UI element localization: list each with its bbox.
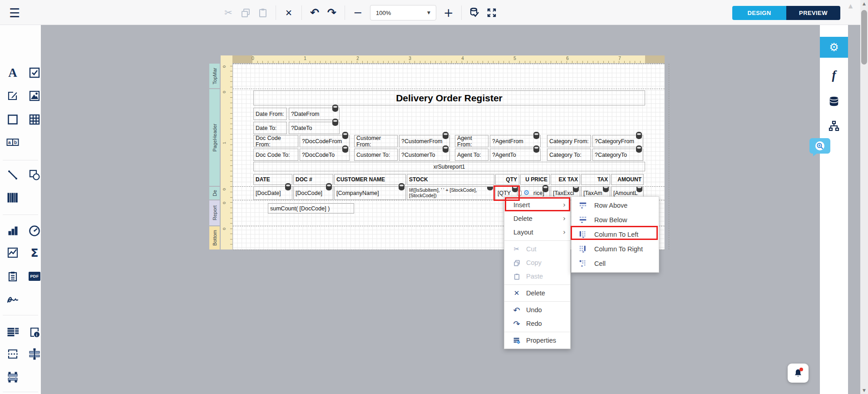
doc-code-from-value-cell[interactable]: ?DocCodeFrom <box>300 135 350 147</box>
category-to-label-cell[interactable]: Category To: <box>547 149 591 161</box>
submenu-item-column-to-right[interactable]: + Column To Right <box>572 242 659 256</box>
detail-docdate-cell[interactable]: [DocDate] <box>253 186 292 200</box>
character-comb-control-icon[interactable]: ab <box>5 135 20 150</box>
footer-sumcount-cell[interactable]: sumCount( [DocCode] ) <box>268 203 354 214</box>
zoom-helper-bubble-icon[interactable] <box>809 136 830 156</box>
submenu-item-row-below[interactable]: + Row Below <box>572 213 659 227</box>
inline-checkbox[interactable] <box>517 191 522 195</box>
submenu-item-column-to-left[interactable]: + Column To Left <box>572 227 659 242</box>
customer-to-value-cell[interactable]: ?CustomerTo <box>399 149 450 161</box>
band-bottommargin[interactable]: Bottom <box>209 226 220 249</box>
col-header-qty[interactable]: QTY <box>495 174 519 185</box>
doc-code-to-value-cell[interactable]: ?DocCodeTo <box>300 149 350 161</box>
agent-from-value-cell[interactable]: ?AgentFrom <box>490 135 541 147</box>
fullscreen-icon[interactable] <box>483 5 500 21</box>
detail-stock-cell[interactable]: Iif([IsSubItem], ' ' + [StockCode], [Sto… <box>407 186 494 200</box>
scroll-up-icon[interactable]: ▲ <box>848 3 853 9</box>
category-to-value-cell[interactable]: ?CategoryTo <box>592 149 643 161</box>
chart-control-icon[interactable] <box>5 223 20 239</box>
col-header-amount[interactable]: AMOUNT <box>611 174 644 185</box>
report-structure-panel-icon[interactable] <box>820 117 848 135</box>
col-header-extax[interactable]: EX TAX <box>551 174 580 185</box>
label-control-icon[interactable]: A <box>5 65 20 80</box>
gauge-control-icon[interactable] <box>27 223 42 239</box>
shape-control-icon[interactable] <box>27 167 42 183</box>
customer-from-value-cell[interactable]: ?CustomerFrom <box>399 135 450 147</box>
cross-band-line-control-icon[interactable] <box>27 346 42 362</box>
delete-icon[interactable]: ✕ <box>280 5 297 21</box>
picture-control-icon[interactable] <box>27 88 42 104</box>
cut-icon[interactable]: ✂ <box>220 5 237 21</box>
table-control-icon[interactable] <box>27 112 42 127</box>
page-info-control-icon[interactable]: i <box>27 324 42 340</box>
copy-icon[interactable] <box>237 5 254 21</box>
category-from-label-cell[interactable]: Category From: <box>547 135 591 147</box>
menu-item-delete[interactable]: ✕ Delete <box>504 286 570 300</box>
menu-item-properties[interactable]: Properties <box>504 334 570 347</box>
band-detail[interactable]: De <box>209 187 220 199</box>
paste-icon[interactable] <box>254 5 271 21</box>
col-header-customer[interactable]: CUSTOMER NAME <box>334 174 406 185</box>
band-pageheader[interactable]: PageHeader <box>209 89 220 186</box>
customer-from-label-cell[interactable]: Customer From: <box>354 135 398 147</box>
agent-from-label-cell[interactable]: Agent From: <box>455 135 488 147</box>
checkbox-control-icon[interactable] <box>27 65 42 80</box>
scrollbar-thumb[interactable] <box>861 10 867 65</box>
barcode-control-icon[interactable] <box>5 190 20 205</box>
col-header-uprice[interactable]: U PRICE <box>520 174 550 185</box>
customer-to-label-cell[interactable]: Customer To: <box>354 149 398 161</box>
undo-icon[interactable]: ↶ <box>306 5 323 21</box>
cross-band-box-control-icon[interactable] <box>5 369 20 385</box>
vertical-scrollbar[interactable]: ▲ ▼ <box>860 0 868 394</box>
col-header-stock[interactable]: STOCK <box>407 174 494 185</box>
richtext-control-icon[interactable] <box>5 88 20 104</box>
menu-item-copy[interactable]: Copy <box>504 256 570 269</box>
category-from-value-cell[interactable]: ?CategoryFrom <box>592 135 643 147</box>
col-header-tax[interactable]: TAX <box>581 174 610 185</box>
menu-item-redo[interactable]: ↷ Redo <box>504 317 570 330</box>
report-title-cell[interactable]: Delivery Order Register <box>253 90 645 105</box>
pdf-content-control-icon[interactable]: PDF <box>27 269 42 284</box>
hamburger-menu-icon[interactable]: ☰ <box>5 4 24 22</box>
field-list-panel-icon[interactable] <box>820 92 848 110</box>
detail-company-cell[interactable]: [CompanyName] <box>334 186 406 200</box>
menu-item-layout[interactable]: Layout › <box>504 225 570 239</box>
menu-item-insert[interactable]: Insert › <box>504 198 570 212</box>
menu-item-cut[interactable]: ✂ Cut <box>504 242 570 256</box>
subreport-cell[interactable]: xrSubreport1 <box>253 162 645 171</box>
submenu-item-cell[interactable]: + Cell <box>572 256 659 271</box>
zoom-out-icon[interactable]: − <box>349 5 366 21</box>
date-to-label-cell[interactable]: Date To: <box>253 122 287 134</box>
line-control-icon[interactable] <box>5 167 20 183</box>
panel-control-icon[interactable] <box>5 112 20 127</box>
doc-code-to-label-cell[interactable]: Doc Code To: <box>253 149 298 161</box>
page-break-control-icon[interactable] <box>5 346 20 362</box>
scroll-down-icon[interactable]: ▼ <box>860 387 868 394</box>
zoom-in-icon[interactable]: + <box>440 5 457 21</box>
design-button[interactable]: DESIGN <box>732 6 786 20</box>
scroll-up-icon[interactable]: ▲ <box>860 0 868 7</box>
menu-item-undo[interactable]: ↶ Undo <box>504 303 570 317</box>
properties-panel-icon[interactable]: ⚙ <box>820 37 848 58</box>
signature-control-icon[interactable] <box>5 291 20 306</box>
notifications-button[interactable] <box>788 364 809 383</box>
expressions-panel-icon[interactable]: f <box>820 66 848 84</box>
menu-item-paste[interactable]: Paste <box>504 269 570 283</box>
inline-gear-icon[interactable]: ⚙ <box>523 190 529 196</box>
band-reportfooter[interactable]: Report <box>209 200 220 225</box>
doc-code-from-label-cell[interactable]: Doc Code From: <box>253 135 298 147</box>
summary-control-icon[interactable]: Σ <box>27 245 42 260</box>
date-from-label-cell[interactable]: Date From: <box>253 108 287 120</box>
date-from-value-cell[interactable]: ?DateFrom <box>289 108 340 120</box>
agent-to-value-cell[interactable]: ?AgentTo <box>490 149 541 161</box>
table-of-contents-control-icon[interactable] <box>5 324 20 340</box>
agent-to-label-cell[interactable]: Agent To: <box>455 149 488 161</box>
sparkline-control-icon[interactable] <box>5 245 20 260</box>
zoom-dropdown[interactable]: 100% ▼ <box>370 5 436 20</box>
band-topmargin[interactable]: TopMar <box>209 64 220 88</box>
date-to-value-cell[interactable]: ?DateTo <box>289 122 340 134</box>
validate-datasource-icon[interactable] <box>466 5 483 21</box>
preview-button[interactable]: PREVIEW <box>786 6 840 20</box>
menu-item-delete-submenu[interactable]: Delete › <box>504 212 570 225</box>
subreport-control-icon[interactable] <box>5 269 20 284</box>
